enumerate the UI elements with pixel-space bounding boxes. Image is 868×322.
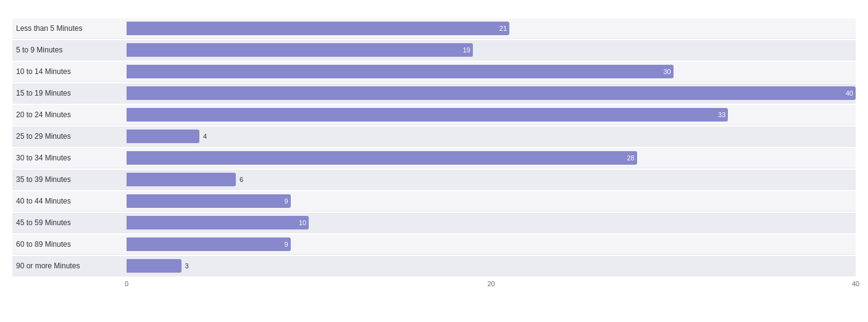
bar-row: 45 to 59 Minutes10 xyxy=(12,213,856,233)
bar-fill xyxy=(127,259,182,273)
bar-fill: 33 xyxy=(127,108,728,122)
bar-row: 40 to 44 Minutes9 xyxy=(12,191,856,212)
bar-fill: 28 xyxy=(127,151,637,165)
bar-value: 9 xyxy=(285,197,288,205)
bar-fill: 9 xyxy=(127,194,291,208)
bar-label: 45 to 59 Minutes xyxy=(12,218,127,227)
bar-row: 30 to 34 Minutes28 xyxy=(12,148,856,168)
bar-fill xyxy=(127,173,236,186)
bar-container: 19 xyxy=(127,43,856,57)
x-axis-tick: 40 xyxy=(852,280,859,287)
bar-label: 40 to 44 Minutes xyxy=(12,197,127,205)
bar-container: 28 xyxy=(127,151,856,165)
bar-container: 4 xyxy=(127,130,856,143)
bar-fill: 19 xyxy=(127,43,473,57)
bar-row: 5 to 9 Minutes19 xyxy=(12,40,856,60)
bar-value: 40 xyxy=(846,89,853,97)
x-axis-tick: 20 xyxy=(487,280,495,287)
x-axis: 02040 xyxy=(127,280,856,291)
bar-row: 90 or more Minutes3 xyxy=(12,256,856,276)
bar-fill: 10 xyxy=(127,216,309,229)
bar-fill: 40 xyxy=(127,86,856,100)
bar-label: 60 to 89 Minutes xyxy=(12,240,127,249)
bar-value: 3 xyxy=(185,262,188,270)
bar-label: 5 to 9 Minutes xyxy=(12,46,127,54)
bar-label: 35 to 39 Minutes xyxy=(12,175,127,184)
bar-container: 40 xyxy=(127,86,856,100)
bar-value: 30 xyxy=(664,68,671,75)
x-axis-tick: 0 xyxy=(125,280,128,287)
bar-fill xyxy=(127,130,199,143)
bar-row: Less than 5 Minutes21 xyxy=(12,19,856,39)
bar-value: 10 xyxy=(299,219,306,226)
bar-value: 28 xyxy=(627,154,634,162)
bar-row: 35 to 39 Minutes6 xyxy=(12,170,856,190)
bar-fill: 21 xyxy=(127,22,509,35)
bar-fill: 9 xyxy=(127,237,291,251)
bar-value: 9 xyxy=(285,241,288,248)
bar-row: 10 to 14 Minutes30 xyxy=(12,62,856,82)
bar-fill: 30 xyxy=(127,65,674,78)
bar-label: 90 or more Minutes xyxy=(12,262,127,270)
bar-container: 6 xyxy=(127,173,856,186)
chart-area: Less than 5 Minutes215 to 9 Minutes1910 … xyxy=(12,19,856,291)
bar-row: 20 to 24 Minutes33 xyxy=(12,105,856,125)
bar-value: 6 xyxy=(240,176,243,183)
bar-label: 10 to 14 Minutes xyxy=(12,67,127,76)
bar-value: 4 xyxy=(203,133,207,140)
bars-container: Less than 5 Minutes215 to 9 Minutes1910 … xyxy=(12,19,856,276)
bar-container: 30 xyxy=(127,65,856,78)
bar-value: 21 xyxy=(499,25,507,32)
bar-container: 9 xyxy=(127,194,856,208)
bar-label: 20 to 24 Minutes xyxy=(12,110,127,119)
bar-container: 21 xyxy=(127,22,856,35)
bar-value: 19 xyxy=(463,46,470,54)
bar-container: 9 xyxy=(127,237,856,251)
bar-label: 25 to 29 Minutes xyxy=(12,132,127,141)
bar-value: 33 xyxy=(718,111,725,118)
bar-label: Less than 5 Minutes xyxy=(12,24,127,33)
bar-container: 10 xyxy=(127,216,856,229)
bar-row: 15 to 19 Minutes40 xyxy=(12,83,856,104)
bar-row: 60 to 89 Minutes9 xyxy=(12,234,856,255)
bar-container: 3 xyxy=(127,259,856,273)
bar-container: 33 xyxy=(127,108,856,122)
bar-label: 30 to 34 Minutes xyxy=(12,154,127,162)
bar-row: 25 to 29 Minutes4 xyxy=(12,126,856,147)
bar-label: 15 to 19 Minutes xyxy=(12,89,127,97)
